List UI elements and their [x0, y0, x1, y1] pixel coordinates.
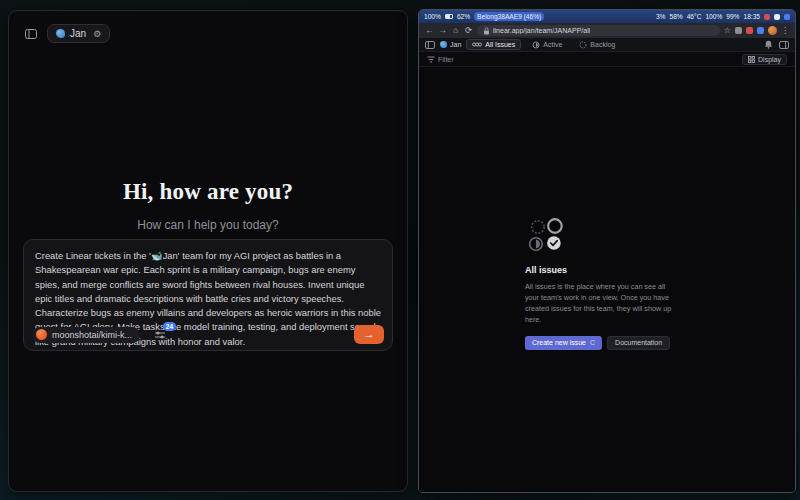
forward-button[interactable]: → — [438, 26, 447, 35]
extension-blue-icon[interactable] — [757, 27, 764, 34]
stat-temp: 46°C — [687, 13, 702, 20]
url-text: linear.app/jan/team/JANAPP/all — [493, 27, 590, 34]
model-provider-icon — [36, 329, 47, 340]
network-badge: Belong38AAE9 (46%) — [474, 12, 544, 21]
prompt-toolbar: moonshotai/kimi-k... 24 → — [32, 325, 384, 344]
model-name: moonshotai/kimi-k... — [52, 330, 132, 340]
desktop: Jan ⚙ Hi, how are you? How can I help yo… — [0, 0, 800, 500]
send-button[interactable]: → — [354, 325, 384, 344]
browser-menu-icon[interactable]: ⋮ — [781, 27, 789, 35]
browser-window: 100% 62% Belong38AAE9 (46%) 3% 58% 46°C … — [418, 9, 796, 493]
linear-team-whale-icon — [440, 41, 447, 48]
back-button[interactable]: ← — [425, 26, 434, 35]
gear-icon[interactable]: ⚙ — [93, 29, 101, 39]
model-selector[interactable]: moonshotai/kimi-k... — [32, 327, 140, 343]
tools-count-badge: 24 — [163, 322, 176, 331]
all-issues-icon — [472, 41, 482, 48]
stat-mem: 58% — [669, 13, 682, 20]
address-bar[interactable]: linear.app/jan/team/JANAPP/all — [477, 25, 720, 36]
linear-main-area: All issues All issues is the place where… — [419, 67, 795, 492]
system-status-bar: 100% 62% Belong38AAE9 (46%) 3% 58% 46°C … — [419, 10, 795, 23]
home-button[interactable]: ⌂ — [451, 26, 460, 35]
extension-red-icon[interactable] — [746, 27, 753, 34]
refresh-button[interactable]: ⟳ — [464, 26, 473, 35]
welcome-block: Hi, how are you? How can I help you toda… — [9, 179, 407, 232]
filter-icon — [427, 56, 435, 63]
empty-state-description: All issues is the place where you can se… — [525, 281, 677, 326]
extensions-icon[interactable] — [735, 27, 742, 34]
battery-icon — [445, 14, 453, 19]
wifi-percent: 62% — [457, 13, 470, 20]
tab-backlog[interactable]: Backlog — [573, 39, 621, 51]
empty-state-title: All issues — [525, 265, 677, 275]
prompt-input-card[interactable]: Create Linear tickets in the '🐋Jan' team… — [23, 239, 393, 351]
empty-state-buttons: Create new issue C Documentation — [525, 336, 677, 350]
tab-active[interactable]: Active — [526, 39, 568, 51]
stat-cpu: 3% — [656, 13, 666, 20]
bookmark-star-icon[interactable]: ☆ — [724, 27, 731, 35]
battery-percent: 100% — [424, 13, 441, 20]
create-new-issue-button[interactable]: Create new issue C — [525, 336, 602, 350]
jan-app-window: Jan ⚙ Hi, how are you? How can I help yo… — [8, 10, 408, 492]
tools-icon — [154, 330, 166, 340]
stat-disk: 100% — [705, 13, 722, 20]
linear-filter-bar: Filter Display — [419, 52, 795, 67]
browser-toolbar: ← → ⌂ ⟳ linear.app/jan/team/JANAPP/all ☆… — [419, 23, 795, 38]
notification-icon-blue[interactable] — [784, 14, 790, 20]
create-issue-shortcut: C — [590, 339, 595, 346]
jan-header: Jan ⚙ — [9, 11, 407, 43]
tabbar-right-icons — [764, 40, 789, 49]
documentation-button[interactable]: Documentation — [607, 336, 670, 350]
greeting-subtitle: How can I help you today? — [9, 218, 407, 232]
stat-battery2: 99% — [726, 13, 739, 20]
lock-icon — [483, 27, 490, 35]
bell-icon[interactable] — [764, 40, 773, 49]
tab-active-label: Active — [543, 41, 562, 48]
panel-right-icon[interactable] — [779, 41, 789, 49]
linear-team-switcher[interactable]: Jan — [440, 41, 461, 48]
notification-icon-white[interactable] — [774, 14, 780, 20]
panel-left-icon[interactable] — [425, 41, 435, 49]
backlog-icon — [579, 41, 587, 49]
tab-all-issues-label: All Issues — [485, 41, 515, 48]
empty-state: All issues All issues is the place where… — [525, 217, 677, 350]
display-button[interactable]: Display — [742, 54, 787, 65]
tools-button[interactable]: 24 — [152, 328, 168, 342]
send-arrow-icon: → — [364, 329, 375, 340]
in-progress-icon — [532, 41, 540, 49]
linear-tab-bar: Jan All Issues — [419, 38, 795, 52]
profile-avatar[interactable] — [768, 26, 777, 35]
status-right-cluster: 3% 58% 46°C 100% 99% 18:35 — [656, 13, 790, 20]
whale-icon — [56, 29, 65, 38]
issue-status-illustration — [525, 217, 677, 253]
tab-backlog-label: Backlog — [590, 41, 615, 48]
linear-team-name: Jan — [450, 41, 461, 48]
sidebar-toggle-icon[interactable] — [23, 27, 39, 41]
team-selector[interactable]: Jan ⚙ — [47, 24, 110, 43]
clock: 18:35 — [743, 13, 760, 20]
team-name: Jan — [70, 28, 86, 39]
display-label: Display — [758, 56, 781, 63]
create-new-issue-label: Create new issue — [532, 339, 586, 346]
filter-label: Filter — [438, 56, 454, 63]
greeting-title: Hi, how are you? — [9, 179, 407, 205]
tab-all-issues[interactable]: All Issues — [466, 39, 521, 50]
filter-button[interactable]: Filter — [427, 56, 454, 63]
display-icon — [748, 56, 755, 63]
notification-icon-red[interactable] — [764, 14, 770, 20]
